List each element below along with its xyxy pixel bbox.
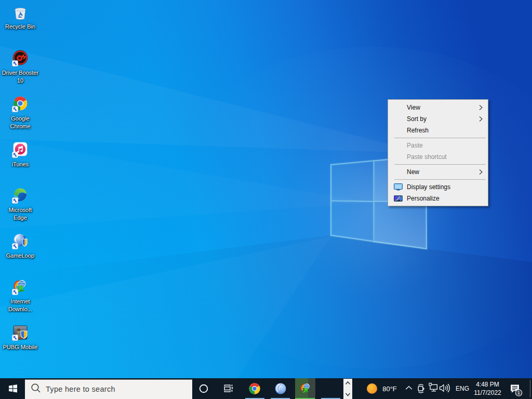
svg-text:1: 1 — [517, 390, 520, 395]
